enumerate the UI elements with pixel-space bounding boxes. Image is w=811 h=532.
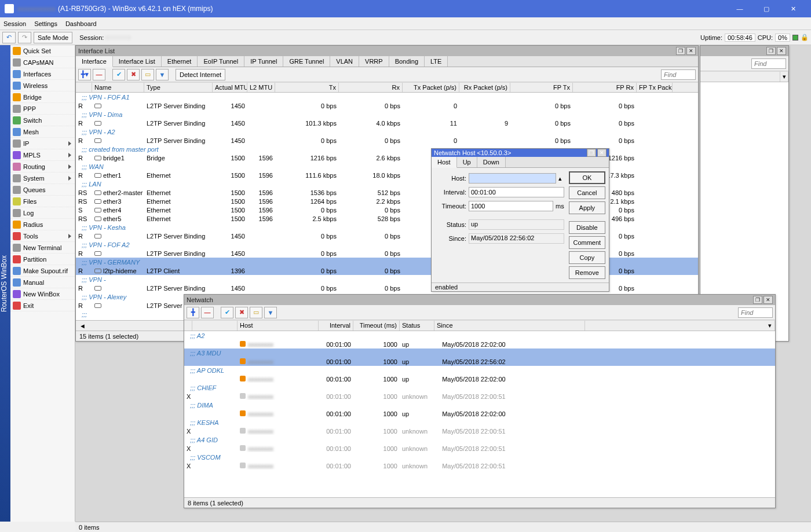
sidebar-item-mpls[interactable]: MPLS <box>10 149 75 161</box>
table-row[interactable]: xxxxxxxx00:01:001000 up May/05/2018 22:0… <box>184 409 775 418</box>
enable-button[interactable]: ✔ <box>221 307 233 318</box>
window-close-icon[interactable]: ✕ <box>763 296 773 304</box>
sidebar-item-queues[interactable]: Queues <box>10 184 75 196</box>
undo-button[interactable]: ↶ <box>2 32 16 43</box>
column-header[interactable]: Status <box>400 321 434 331</box>
menu-settings[interactable]: Settings <box>34 20 57 27</box>
copy-button[interactable]: Copy <box>569 251 605 264</box>
enable-button[interactable]: ✔ <box>112 69 125 80</box>
column-header[interactable]: FP Rx <box>573 83 637 92</box>
column-header[interactable]: Type <box>144 83 213 92</box>
tab-vrrp[interactable]: VRRP <box>359 56 389 67</box>
safe-mode-button[interactable]: Safe Mode <box>34 32 72 43</box>
column-header[interactable] <box>184 321 192 331</box>
remove-button[interactable]: — <box>201 307 214 318</box>
comment-button[interactable]: Comment <box>569 236 605 249</box>
host-input[interactable] <box>469 173 556 184</box>
table-row[interactable]: R L2TP Server Binding14500 bps0 bps00 bp… <box>76 136 698 145</box>
timeout-input[interactable] <box>469 201 553 211</box>
sidebar-item-files[interactable]: Files <box>10 196 75 207</box>
sidebar-item-wireless[interactable]: Wireless <box>10 80 75 91</box>
window-restore-icon[interactable]: ❐ <box>753 296 762 304</box>
interval-input[interactable] <box>469 187 564 197</box>
ok-button[interactable]: OK <box>569 171 605 184</box>
remove-button[interactable]: Remove <box>569 266 605 279</box>
table-row[interactable]: xxxxxxxx00:01:001000 up May/05/2018 22:0… <box>184 340 775 348</box>
column-header[interactable]: Host <box>238 321 319 331</box>
dropdown-icon[interactable]: ▾ <box>766 321 775 331</box>
column-header[interactable] <box>76 83 92 92</box>
menu-session[interactable]: Session <box>3 20 26 27</box>
menu-dashboard[interactable]: Dashboard <box>65 20 97 27</box>
tab-ethernet[interactable]: Ethernet <box>162 56 198 67</box>
sidebar-item-tools[interactable]: Tools <box>10 230 75 242</box>
group-row[interactable]: ;;; AP ODKL <box>184 366 775 375</box>
sidebar-item-manual[interactable]: Manual <box>10 277 75 288</box>
column-header[interactable] <box>192 321 238 331</box>
netwatch-grid-body[interactable]: ;;; A2xxxxxxxx00:01:001000 up May/05/201… <box>184 331 775 497</box>
close-button[interactable]: ✕ <box>780 0 806 17</box>
table-row[interactable]: R L2TP Server Binding1450101.3 kbps4.0 k… <box>76 119 698 127</box>
column-header[interactable]: L2 MTU <box>247 83 275 92</box>
sidebar-item-ppp[interactable]: PPP <box>10 103 75 115</box>
tab-lte[interactable]: LTE <box>425 56 448 67</box>
sidebar-item-log[interactable]: Log <box>10 207 75 219</box>
tab-vlan[interactable]: VLAN <box>330 56 359 67</box>
side-panel-titlebar[interactable]: ❐✕ <box>700 46 788 56</box>
tab-ip-tunnel[interactable]: IP Tunnel <box>244 56 283 67</box>
find-input[interactable] <box>661 69 696 80</box>
tab-interface-list[interactable]: Interface List <box>113 56 162 67</box>
sidebar-item-routing[interactable]: Routing <box>10 161 75 173</box>
add-button[interactable]: ╋▾ <box>78 69 91 80</box>
table-row[interactable]: R L2TP Server Binding14500 bps0 bps00 bp… <box>76 101 698 110</box>
tab-interface[interactable]: Interface <box>76 56 113 67</box>
table-row[interactable]: Xxxxxxxxx00:01:001000 unknown May/05/201… <box>184 392 775 401</box>
window-restore-icon[interactable]: ❐ <box>587 149 596 157</box>
remove-button[interactable]: — <box>93 69 105 80</box>
sidebar-item-partition[interactable]: Partition <box>10 254 75 265</box>
table-row[interactable]: Xxxxxxxxx00:01:001000 unknown May/05/201… <box>184 427 775 435</box>
table-row[interactable]: Xxxxxxxxx00:01:001000 unknown May/05/201… <box>184 444 775 453</box>
group-row[interactable]: ;;; CHIEF <box>184 383 775 392</box>
column-header[interactable]: Since <box>434 321 585 331</box>
comment-button[interactable]: ▭ <box>250 307 262 318</box>
sidebar-item-new-terminal[interactable]: New Terminal <box>10 242 75 254</box>
tab-bonding[interactable]: Bonding <box>389 56 425 67</box>
netwatch-host-titlebar[interactable]: Netwatch Host <10.50.0.3> ❐ ✕ <box>432 149 609 157</box>
group-row[interactable]: ;;; A2 <box>184 331 775 340</box>
filter-button[interactable]: ▼ <box>156 69 169 80</box>
column-header[interactable]: Actual MTU <box>213 83 247 92</box>
sidebar-item-make-supout.rif[interactable]: Make Supout.rif <box>10 265 75 277</box>
tab-gre-tunnel[interactable]: GRE Tunnel <box>283 56 330 67</box>
window-close-icon[interactable]: ✕ <box>597 149 607 157</box>
group-row[interactable]: ;;; VPN - A2 <box>76 127 698 136</box>
window-restore-icon[interactable]: ❐ <box>766 47 776 55</box>
column-header[interactable]: Rx <box>339 83 403 92</box>
column-header[interactable]: Tx Packet (p/s) <box>403 83 459 92</box>
sidebar-item-capsman[interactable]: CAPsMAN <box>10 57 75 68</box>
tab-down[interactable]: Down <box>477 157 506 167</box>
table-row[interactable]: Xxxxxxxxx00:01:001000 unknown May/05/201… <box>184 461 775 470</box>
column-header[interactable]: FP Tx <box>510 83 573 92</box>
group-row[interactable]: ;;; A3 MDU <box>184 348 775 357</box>
group-row[interactable]: ;;; VSCOM <box>184 453 775 461</box>
group-row[interactable]: ;;; DIMA <box>184 401 775 409</box>
column-header[interactable]: Timeout (ms) <box>353 321 400 331</box>
window-close-icon[interactable]: ✕ <box>777 47 786 55</box>
disable-button[interactable]: ✖ <box>235 307 248 318</box>
sidebar-item-exit[interactable]: Exit <box>10 300 75 311</box>
disable-button[interactable]: ✖ <box>127 69 140 80</box>
find-input[interactable] <box>751 58 786 69</box>
cancel-button[interactable]: Cancel <box>569 186 605 199</box>
filter-button[interactable]: ▼ <box>264 307 277 318</box>
group-row[interactable]: ;;; A4 GID <box>184 435 775 444</box>
group-row[interactable]: ;;; VPN - Dima <box>76 110 698 119</box>
table-row[interactable]: xxxxxxxx00:01:001000 up May/05/2018 22:0… <box>184 375 775 383</box>
detect-internet-button[interactable]: Detect Internet <box>176 69 225 80</box>
disable-button[interactable]: Disable <box>569 221 605 234</box>
comment-button[interactable]: ▭ <box>141 69 154 80</box>
table-row[interactable]: xxxxxxxx00:01:001000 up May/05/2018 22:5… <box>184 357 775 366</box>
interface-list-titlebar[interactable]: Interface List ❐ ✕ <box>76 46 698 56</box>
tab-eoip-tunnel[interactable]: EoIP Tunnel <box>198 56 244 67</box>
column-header[interactable]: Interval <box>319 321 353 331</box>
